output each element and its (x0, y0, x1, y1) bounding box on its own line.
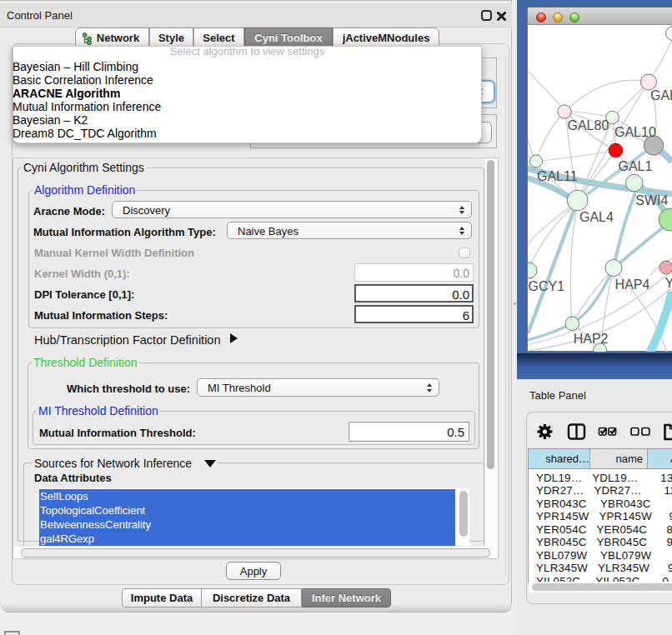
svg-text:GAL: GAL (650, 88, 672, 102)
svg-text:SWI4: SWI4 (635, 193, 668, 208)
svg-text:HAP2: HAP2 (574, 332, 609, 346)
svg-text:GAL1: GAL1 (619, 159, 653, 173)
svg-text:GAL80: GAL80 (568, 118, 609, 132)
svg-text:HAP4: HAP4 (615, 278, 650, 292)
svg-text:GAL10: GAL10 (614, 125, 656, 139)
svg-text:GCY1: GCY1 (529, 279, 565, 293)
svg-text:Y: Y (665, 276, 672, 290)
svg-text:GAL4: GAL4 (579, 210, 614, 224)
svg-text:GAL11: GAL11 (537, 169, 578, 183)
